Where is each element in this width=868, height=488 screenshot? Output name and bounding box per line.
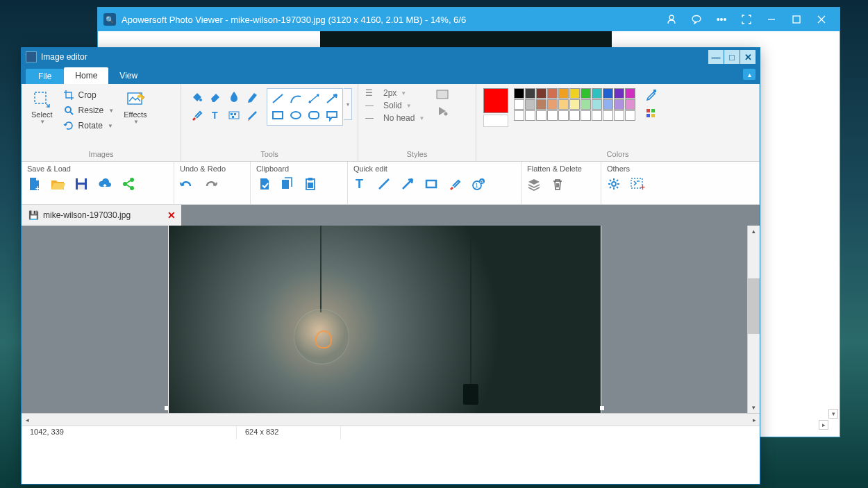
color-swatch[interactable] (603, 110, 613, 121)
color-swatch[interactable] (581, 99, 591, 110)
qe-arrow-icon[interactable] (399, 176, 416, 192)
rounded-rect-icon[interactable] (306, 108, 322, 123)
tab-home[interactable]: Home (64, 67, 108, 84)
more-colors-icon[interactable] (645, 108, 658, 120)
screenshot-icon[interactable]: + (629, 176, 646, 192)
resize-button[interactable]: Resize▼ (61, 103, 116, 117)
color-swatch[interactable] (592, 88, 602, 99)
qe-text-icon[interactable]: T (352, 176, 369, 192)
scroll-down-icon[interactable]: ▾ (748, 402, 760, 413)
maximize-icon[interactable] (784, 8, 809, 31)
scroll-up-icon[interactable]: ▴ (748, 226, 760, 237)
flatten-icon[interactable] (526, 176, 542, 192)
more-icon[interactable]: ••• (709, 8, 734, 31)
color-swatch[interactable] (581, 88, 591, 99)
image-canvas[interactable] (168, 226, 601, 413)
color-swatch[interactable] (558, 110, 569, 121)
vertical-scrollbar[interactable]: ▴ ▾ (747, 226, 760, 413)
new-file-icon[interactable]: + (26, 176, 42, 192)
minimize-icon[interactable] (759, 8, 784, 31)
line-style-selector[interactable]: —Solid▼ (365, 101, 424, 110)
copy-icon[interactable] (278, 176, 295, 192)
share-icon[interactable] (120, 176, 137, 192)
secondary-color-swatch[interactable] (483, 115, 508, 127)
color-swatch[interactable] (625, 99, 635, 110)
account-icon[interactable] (659, 8, 684, 31)
qe-brush-icon[interactable] (446, 176, 463, 192)
color-swatch[interactable] (525, 110, 535, 121)
color-swatch[interactable] (592, 99, 602, 110)
fullscreen-icon[interactable] (734, 8, 759, 31)
color-swatch[interactable] (603, 88, 613, 99)
arrow-head-selector[interactable]: —No head▼ (365, 113, 424, 123)
cloud-upload-icon[interactable] (97, 176, 113, 192)
scroll-right-icon[interactable]: ▸ (749, 414, 760, 426)
rotate-button[interactable]: Rotate▼ (61, 119, 116, 133)
mosaic-tool-icon[interactable] (226, 107, 242, 124)
save-file-icon[interactable] (73, 176, 90, 192)
color-swatch[interactable] (525, 88, 535, 99)
color-swatch[interactable] (603, 99, 613, 110)
scroll-left-icon[interactable]: ◂ (22, 414, 33, 426)
canvas-holder[interactable] (22, 226, 747, 413)
color-swatch[interactable] (514, 88, 524, 99)
color-swatch[interactable] (514, 99, 524, 110)
document-tab[interactable]: 💾 mike-wilson-197030.jpg ✕ (22, 205, 181, 226)
eraser-tool-icon[interactable] (207, 88, 224, 105)
redo-icon[interactable] (202, 176, 219, 192)
color-swatch[interactable] (569, 110, 580, 121)
color-swatch[interactable] (625, 88, 635, 99)
color-swatch[interactable] (547, 88, 558, 99)
color-swatch[interactable] (614, 99, 624, 110)
shapes-dropdown-icon[interactable]: ▾ (344, 88, 352, 120)
line-shape-icon[interactable] (269, 91, 286, 106)
editor-close-icon[interactable]: ✕ (740, 50, 756, 64)
color-swatch[interactable] (581, 110, 591, 121)
document-tab-close-icon[interactable]: ✕ (167, 210, 176, 221)
color-swatch[interactable] (536, 99, 546, 110)
viewer-titlebar[interactable]: Apowersoft Photo Viewer - mike-wilson-19… (98, 8, 840, 31)
editor-maximize-icon[interactable]: □ (724, 50, 740, 64)
color-swatch[interactable] (547, 110, 558, 121)
settings-icon[interactable] (606, 176, 622, 192)
color-swatch[interactable] (547, 99, 558, 110)
viewer-scroll-right-icon[interactable]: ▸ (819, 420, 828, 430)
qe-line-icon[interactable] (376, 176, 392, 192)
resize-handle-right[interactable] (600, 406, 604, 410)
color-swatch[interactable] (536, 88, 546, 99)
pen-tool-icon[interactable] (244, 107, 261, 124)
shape-fill-icon[interactable] (435, 105, 449, 117)
scroll-thumb[interactable] (748, 278, 760, 334)
color-swatch[interactable] (614, 88, 624, 99)
editor-titlebar[interactable]: Image editor — □ ✕ (22, 48, 760, 66)
qe-number-icon[interactable]: 1A (470, 176, 487, 192)
select-button[interactable]: Select ▼ (28, 88, 56, 126)
resize-handle-left[interactable] (165, 406, 169, 410)
copy-check-icon[interactable] (255, 176, 272, 192)
qe-rect-icon[interactable] (423, 176, 440, 192)
color-swatch[interactable] (558, 88, 569, 99)
double-arrow-icon[interactable] (306, 91, 322, 106)
color-swatch[interactable] (525, 99, 535, 110)
ellipse-shape-icon[interactable] (287, 108, 304, 123)
tab-view[interactable]: View (108, 67, 149, 84)
blur-tool-icon[interactable] (226, 88, 242, 105)
text-tool-icon[interactable]: T (207, 107, 224, 124)
line-width-selector[interactable]: ☰2px▼ (365, 88, 424, 98)
collapse-ribbon-icon[interactable]: ▴ (743, 69, 756, 80)
crop-button[interactable]: Crop (61, 88, 116, 102)
feedback-icon[interactable] (684, 8, 709, 31)
color-swatch[interactable] (558, 99, 569, 110)
close-icon[interactable] (809, 8, 834, 31)
arrow-shape-icon[interactable] (324, 91, 340, 106)
effects-button[interactable]: Effects ▼ (121, 88, 149, 126)
color-swatch[interactable] (569, 88, 580, 99)
color-swatch[interactable] (625, 110, 635, 121)
horizontal-scrollbar[interactable]: ◂ ▸ (22, 413, 760, 426)
shape-outline-icon[interactable] (435, 88, 449, 101)
delete-icon[interactable] (549, 176, 566, 192)
editor-minimize-icon[interactable]: — (708, 50, 724, 64)
highlight-tool-icon[interactable] (244, 88, 261, 105)
fill-tool-icon[interactable] (188, 88, 205, 105)
eyedropper-icon[interactable] (645, 88, 658, 101)
